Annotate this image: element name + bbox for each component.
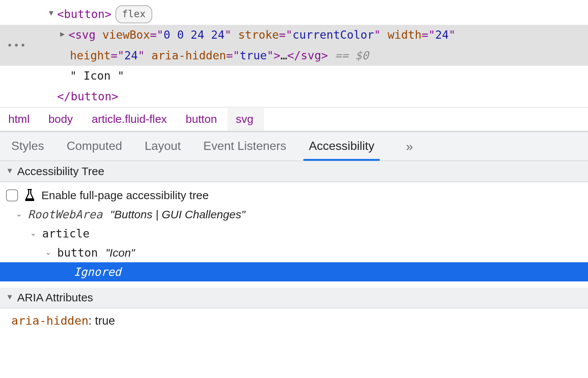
tab-computed[interactable]: Computed	[64, 132, 124, 160]
row-actions-ellipsis-icon[interactable]: •••	[7, 40, 27, 51]
dom-tree[interactable]: ▼ <button> flex ••• ▶<svg viewBox="0 0 2…	[0, 0, 588, 107]
tab-styles[interactable]: Styles	[9, 132, 46, 160]
dom-text-node[interactable]: " Icon "	[0, 66, 588, 86]
disclosure-triangle-icon[interactable]: ▼	[49, 9, 57, 17]
dom-node-svg-selected[interactable]: ••• ▶<svg viewBox="0 0 24 24" stroke="cu…	[0, 25, 588, 66]
dom-node-svg-line1: ▶<svg viewBox="0 0 24 24" stroke="curren…	[0, 25, 588, 45]
breadcrumb-item-current[interactable]: svg	[227, 107, 264, 131]
devtools-elements-panel: ▼ <button> flex ••• ▶<svg viewBox="0 0 2…	[0, 0, 588, 378]
disclosure-triangle-icon: ▼	[6, 293, 14, 301]
dom-node-button-open[interactable]: ▼ <button> flex	[0, 4, 588, 25]
dom-node-button-close[interactable]: ▼ </button>	[0, 86, 588, 107]
disclosure-triangle-icon[interactable]: ⌄	[30, 227, 40, 239]
accessibility-tree[interactable]: ⌄ RootWebArea "Buttons | GUI Challenges"…	[0, 205, 588, 281]
disclosure-triangle-icon[interactable]: ⌄	[45, 246, 55, 259]
breadcrumb-item[interactable]: article.fluid-flex	[83, 107, 177, 131]
aria-attribute-value: true	[95, 314, 115, 327]
section-aria-attributes-body: aria-hidden: true	[0, 308, 588, 333]
a11y-tree-node-button[interactable]: ⌄ button "Icon"	[6, 243, 588, 262]
flex-badge[interactable]: flex	[115, 5, 153, 23]
tab-event-listeners[interactable]: Event Listeners	[201, 132, 289, 160]
tab-accessibility[interactable]: Accessibility	[306, 132, 376, 160]
section-accessibility-tree-header[interactable]: ▼ Accessibility Tree	[0, 161, 588, 182]
a11y-tree-node-ignored-selected[interactable]: Ignored	[0, 262, 588, 281]
breadcrumb-item[interactable]: button	[177, 107, 227, 131]
section-accessibility-tree-body: Enable full-page accessibility tree ⌄ Ro…	[0, 182, 588, 287]
tabs-overflow-icon[interactable]: »	[406, 139, 412, 154]
breadcrumb-item[interactable]: html	[0, 107, 40, 131]
a11y-tree-node-root[interactable]: ⌄ RootWebArea "Buttons | GUI Challenges"	[6, 205, 588, 224]
enable-full-page-a11y-tree-toggle[interactable]: Enable full-page accessibility tree	[0, 186, 588, 205]
disclosure-triangle-icon: ▼	[6, 166, 14, 175]
disclosure-triangle-icon[interactable]: ⌄	[16, 207, 26, 220]
tab-layout[interactable]: Layout	[142, 132, 183, 160]
flask-experiment-icon	[23, 189, 36, 202]
dom-node-svg-line2: height="24" aria-hidden="true">…</svg> =…	[0, 45, 588, 66]
enable-full-page-a11y-tree-label: Enable full-page accessibility tree	[41, 189, 209, 202]
checkbox[interactable]	[6, 189, 18, 201]
disclosure-triangle-icon[interactable]: ▶	[60, 30, 68, 38]
section-aria-attributes-header[interactable]: ▼ ARIA Attributes	[0, 287, 588, 308]
a11y-tree-node-article[interactable]: ⌄ article	[6, 224, 588, 243]
breadcrumb-item[interactable]: body	[40, 107, 83, 131]
breadcrumb: html body article.fluid-flex button svg	[0, 107, 588, 131]
aria-attribute-key: aria-hidden	[11, 314, 88, 327]
side-panel-tabs: Styles Computed Layout Event Listeners A…	[0, 131, 588, 161]
